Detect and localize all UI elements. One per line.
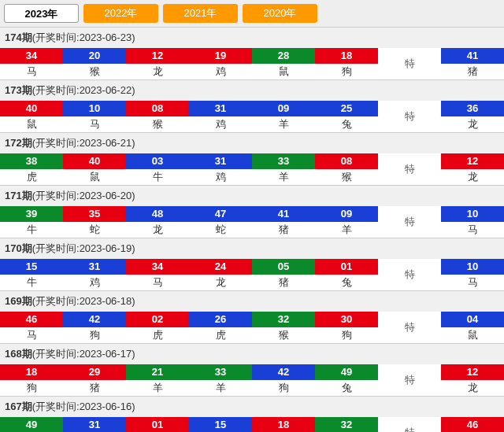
ball-zodiac: 鼠: [441, 327, 504, 343]
ball-5: 49兔: [315, 364, 378, 396]
special-label-cell: 特: [378, 153, 441, 185]
ball-zodiac: 马: [0, 327, 63, 343]
ball-2: 08猴: [126, 101, 189, 132]
year-tabs: 2023年2022年2021年2020年: [0, 0, 504, 27]
ball-zodiac: 蛇: [189, 222, 252, 238]
ball-number: 35: [63, 206, 126, 222]
ball-zodiac: 龙: [441, 116, 504, 132]
ball-number: 29: [63, 364, 126, 380]
ball-5: 25兔: [315, 101, 378, 132]
ball-zodiac: 狗: [315, 327, 378, 343]
ball-number: 02: [126, 312, 189, 327]
ball-5: 09羊: [315, 206, 378, 238]
ball-number: 15: [0, 259, 63, 275]
special-label-cell: 特: [378, 206, 441, 238]
ball-zodiac: 猴: [315, 169, 378, 185]
ball-zodiac: 虎: [189, 327, 252, 343]
ball-2: 02虎: [126, 312, 189, 343]
year-tab-0[interactable]: 2023年: [4, 4, 79, 23]
ball-zodiac: 虎: [0, 169, 63, 185]
year-tab-2[interactable]: 2021年: [163, 4, 238, 23]
ball-zodiac: 蛇: [63, 222, 126, 238]
draw-header: 167期(开奖时间:2023-06-16): [0, 397, 504, 417]
ball-0: 40鼠: [0, 101, 63, 132]
ball-number: 46: [441, 417, 504, 432]
special-label: 特: [378, 101, 441, 132]
ball-zodiac: 狗: [63, 327, 126, 343]
ball-5: 32猴: [315, 417, 378, 432]
year-tab-3[interactable]: 2020年: [243, 4, 317, 23]
special-label: 特: [378, 312, 441, 343]
ball-1: 10马: [63, 101, 126, 132]
ball-4: 42狗: [252, 364, 315, 396]
ball-zodiac: 龙: [441, 380, 504, 396]
draw-170: 170期(开奖时间:2023-06-19)15牛31鸡34马24龙05猪01兔特…: [0, 238, 504, 290]
special-ball: 41猪: [441, 48, 504, 79]
ball-number: 28: [252, 48, 315, 64]
ball-zodiac: 鸡: [189, 116, 252, 132]
draw-row: 49兔31鸡01兔15牛18狗32猴特46马: [0, 417, 504, 432]
special-ball: 10马: [441, 259, 504, 290]
ball-number: 31: [63, 417, 126, 432]
draw-172: 172期(开奖时间:2023-06-21)38虎40鼠03牛31鸡33羊08猴特…: [0, 132, 504, 185]
ball-number: 09: [252, 101, 315, 116]
ball-number: 05: [252, 259, 315, 275]
ball-zodiac: 猴: [63, 64, 126, 79]
ball-number: 15: [189, 417, 252, 432]
special-label-cell: 特: [378, 259, 441, 290]
ball-number: 42: [252, 364, 315, 380]
special-label-cell: 特: [378, 312, 441, 343]
ball-2: 03牛: [126, 153, 189, 185]
ball-number: 38: [0, 153, 63, 169]
ball-number: 33: [189, 364, 252, 380]
ball-number: 12: [441, 153, 504, 169]
ball-1: 35蛇: [63, 206, 126, 238]
ball-number: 31: [63, 259, 126, 275]
ball-zodiac: 龙: [441, 169, 504, 185]
year-tab-1[interactable]: 2022年: [83, 4, 158, 23]
ball-1: 40鼠: [63, 153, 126, 185]
special-ball: 36龙: [441, 101, 504, 132]
ball-number: 41: [441, 48, 504, 64]
draw-row: 15牛31鸡34马24龙05猪01兔特10马: [0, 259, 504, 290]
ball-1: 31鸡: [63, 417, 126, 432]
ball-2: 48龙: [126, 206, 189, 238]
ball-zodiac: 牛: [126, 169, 189, 185]
draw-header: 169期(开奖时间:2023-06-18): [0, 291, 504, 312]
ball-zodiac: 虎: [126, 327, 189, 343]
ball-2: 21羊: [126, 364, 189, 396]
ball-4: 05猪: [252, 259, 315, 290]
ball-5: 18狗: [315, 48, 378, 79]
ball-4: 41猪: [252, 206, 315, 238]
ball-number: 34: [0, 48, 63, 64]
draw-header: 170期(开奖时间:2023-06-19): [0, 238, 504, 259]
special-label-cell: 特: [378, 101, 441, 132]
ball-number: 21: [126, 364, 189, 380]
ball-zodiac: 狗: [315, 64, 378, 79]
ball-3: 24龙: [189, 259, 252, 290]
ball-2: 34马: [126, 259, 189, 290]
ball-4: 09羊: [252, 101, 315, 132]
special-label: 特: [378, 259, 441, 290]
draw-header: 172期(开奖时间:2023-06-21): [0, 133, 504, 153]
ball-number: 31: [189, 101, 252, 116]
special-label-cell: 特: [378, 364, 441, 396]
ball-zodiac: 羊: [315, 222, 378, 238]
ball-zodiac: 鼠: [0, 116, 63, 132]
ball-number: 10: [441, 206, 504, 222]
ball-number: 18: [252, 417, 315, 432]
ball-zodiac: 兔: [315, 380, 378, 396]
special-label-cell: 特: [378, 48, 441, 79]
ball-2: 01兔: [126, 417, 189, 432]
ball-number: 03: [126, 153, 189, 169]
ball-number: 48: [126, 206, 189, 222]
ball-number: 49: [315, 364, 378, 380]
ball-zodiac: 鼠: [252, 64, 315, 79]
ball-zodiac: 马: [441, 275, 504, 290]
ball-1: 20猴: [63, 48, 126, 79]
ball-4: 28鼠: [252, 48, 315, 79]
ball-3: 26虎: [189, 312, 252, 343]
ball-zodiac: 马: [63, 116, 126, 132]
draw-row: 40鼠10马08猴31鸡09羊25兔特36龙: [0, 101, 504, 132]
ball-zodiac: 马: [441, 222, 504, 238]
